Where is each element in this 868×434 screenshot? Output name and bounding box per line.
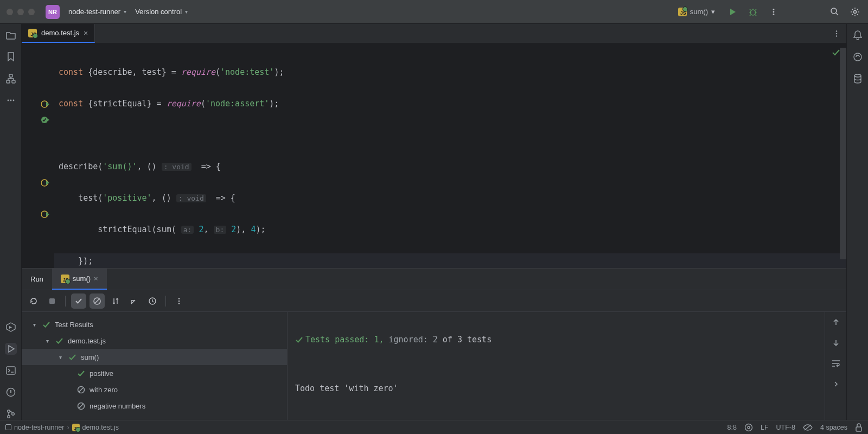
zoom-window-icon[interactable] [28,9,35,15]
svg-rect-24 [49,298,55,304]
file-encoding[interactable]: UTF-8 [776,424,795,431]
history-button[interactable] [145,293,160,309]
project-icon: NR [46,5,60,19]
svg-rect-12 [7,367,15,374]
editor-scrollbar[interactable] [840,48,846,259]
sort-button[interactable] [108,293,123,309]
svg-point-2 [773,11,775,12]
expand-right-icon[interactable] [830,378,842,390]
debug-button[interactable] [746,5,760,18]
tree-file[interactable]: ▾ demo.test.js [22,333,287,349]
bookmarks-tool-icon[interactable] [5,51,17,63]
scroll-down-icon[interactable] [830,337,842,349]
breadcrumb[interactable]: node-test-runner › JS demo.test.js [5,424,119,431]
show-ignored-toggle[interactable] [90,293,105,309]
run-config-label: sum() [73,275,91,283]
tree-label: sum() [81,353,99,361]
notifications-icon[interactable] [852,29,864,41]
svg-point-32 [854,53,861,61]
run-tool-icon[interactable] [5,343,17,355]
code-editor[interactable]: const {describe, test} = require('node:t… [22,43,846,268]
terminal-tool-icon[interactable] [5,365,17,376]
tree-label: negative numbers [90,402,145,410]
git-tool-icon[interactable] [5,408,17,420]
tree-suite[interactable]: ▾ sum() [22,349,287,365]
services-tool-icon[interactable] [5,321,17,333]
indent-setting[interactable]: 4 spaces [820,424,847,431]
chevron-down-icon[interactable]: ▾ [56,354,64,360]
readonly-icon[interactable] [803,424,813,431]
tree-label: positive [90,369,113,378]
ai-assistant-icon[interactable] [852,51,864,63]
vcs-menu[interactable]: Version control ▾ [131,5,192,18]
chevron-down-icon[interactable]: ▾ [43,338,51,344]
run-config-name: sum() [690,8,708,16]
svg-point-19 [836,35,838,37]
gutter-run-icon[interactable] [41,210,50,219]
breadcrumb-project: node-test-runner [14,424,64,431]
tree-test[interactable]: positive [22,365,287,381]
console-output[interactable]: Tests passed: 1, ignored: 2 of 3 tests T… [288,312,825,420]
expand-button[interactable] [126,293,142,309]
tree-test[interactable]: with zero [22,381,287,398]
close-icon[interactable]: × [94,275,98,283]
code-area[interactable]: const {describe, test} = require('node:t… [54,43,846,268]
run-button[interactable] [726,5,739,18]
summary-ignored: ignored: 2 [384,335,438,344]
chevron-down-icon: ▾ [124,9,126,15]
database-icon[interactable] [852,73,864,85]
tree-test[interactable]: negative numbers [22,398,287,414]
lock-icon[interactable] [855,423,863,432]
show-passed-toggle[interactable] [71,293,86,309]
close-window-icon[interactable] [7,9,13,15]
run-config-selector[interactable]: JS sum() ▾ [675,5,718,18]
line-separator[interactable]: LF [761,424,769,431]
gutter-run-icon[interactable] [41,100,50,108]
search-button[interactable] [828,5,841,18]
close-tab-icon[interactable]: × [84,29,88,37]
tree-root[interactable]: ▾ Test Results [22,316,287,333]
left-tool-strip [0,24,22,420]
gutter-run-icon[interactable] [41,116,50,124]
svg-point-11 [12,100,14,101]
settings-button[interactable] [848,5,861,18]
scroll-up-icon[interactable] [830,316,842,328]
svg-point-17 [836,30,838,32]
minimize-window-icon[interactable] [17,9,24,15]
tab-demo-test-js[interactable]: JS demo.test.js × [22,24,95,43]
run-panel-config-tab[interactable]: JS sum() × [52,269,107,290]
svg-point-1 [773,9,775,10]
passed-icon [42,321,50,329]
soft-wrap-icon[interactable] [830,358,842,369]
svg-point-9 [7,100,9,101]
test-tree[interactable]: ▾ Test Results ▾ demo.test.js ▾ sum() [22,312,288,420]
run-config-icon: JS [61,275,69,283]
more-button[interactable] [171,293,187,309]
svg-point-33 [854,74,861,77]
more-menu[interactable] [767,5,780,18]
cursor-position[interactable]: 8:8 [727,424,737,431]
status-bar: node-test-runner › JS demo.test.js 8:8 L… [0,420,868,434]
encoding-indicator-icon[interactable] [744,423,753,432]
svg-rect-7 [7,80,10,83]
editor-tabs: JS demo.test.js × [22,24,846,43]
summary-passed: Tests passed: 1, [305,335,384,344]
run-panel: Run JS sum() × [22,268,846,420]
gutter-run-icon[interactable] [41,178,50,187]
breadcrumb-file: demo.test.js [82,424,119,431]
tab-label: demo.test.js [41,29,79,37]
svg-point-29 [178,303,180,304]
structure-tool-icon[interactable] [5,73,17,85]
project-selector[interactable]: node-test-runner ▾ [64,5,131,18]
chevron-down-icon[interactable]: ▾ [30,322,38,328]
svg-point-5 [854,10,857,13]
window-controls[interactable] [7,9,35,15]
tabs-more-icon[interactable] [827,24,846,43]
stop-button[interactable] [44,293,60,309]
more-tools-icon[interactable] [5,94,17,106]
problems-tool-icon[interactable] [5,386,17,398]
project-tool-icon[interactable] [5,29,17,41]
titlebar: NR node-test-runner ▾ Version control ▾ … [0,0,868,24]
svg-point-15 [7,416,10,418]
rerun-button[interactable] [26,293,41,309]
